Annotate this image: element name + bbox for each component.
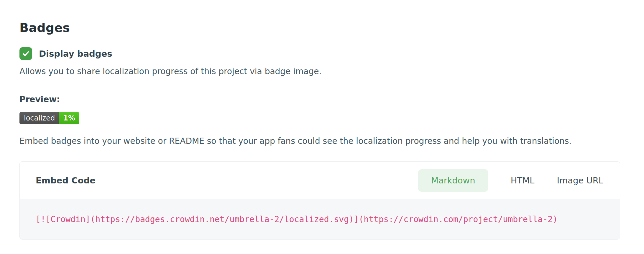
embed-format-tabs: Markdown HTML Image URL: [418, 169, 603, 192]
tab-html[interactable]: HTML: [511, 175, 535, 185]
page-title: Badges: [19, 21, 625, 35]
embed-code-text[interactable]: [![Crowdin](https://badges.crowdin.net/u…: [36, 214, 558, 224]
display-badges-label: Display badges: [39, 49, 112, 59]
check-icon: [22, 50, 30, 58]
badge-value: 1%: [59, 112, 79, 124]
badges-settings-section: Badges Display badges Allows you to shar…: [0, 0, 644, 240]
tab-markdown[interactable]: Markdown: [418, 169, 488, 192]
localization-badge-preview: localized 1%: [19, 112, 79, 124]
embed-hint-text: Embed badges into your website or README…: [19, 136, 625, 146]
display-badges-row: Display badges: [19, 47, 625, 60]
display-badges-checkbox[interactable]: [19, 47, 32, 60]
embed-code-title: Embed Code: [36, 175, 96, 185]
display-badges-description: Allows you to share localization progres…: [19, 66, 625, 76]
embed-code-block[interactable]: [![Crowdin](https://badges.crowdin.net/u…: [20, 199, 620, 239]
embed-code-card-header: Embed Code Markdown HTML Image URL: [20, 162, 620, 199]
tab-image-url[interactable]: Image URL: [557, 175, 603, 185]
embed-code-card: Embed Code Markdown HTML Image URL [![Cr…: [19, 161, 620, 240]
badge-label: localized: [19, 112, 59, 124]
preview-label: Preview:: [19, 95, 625, 104]
